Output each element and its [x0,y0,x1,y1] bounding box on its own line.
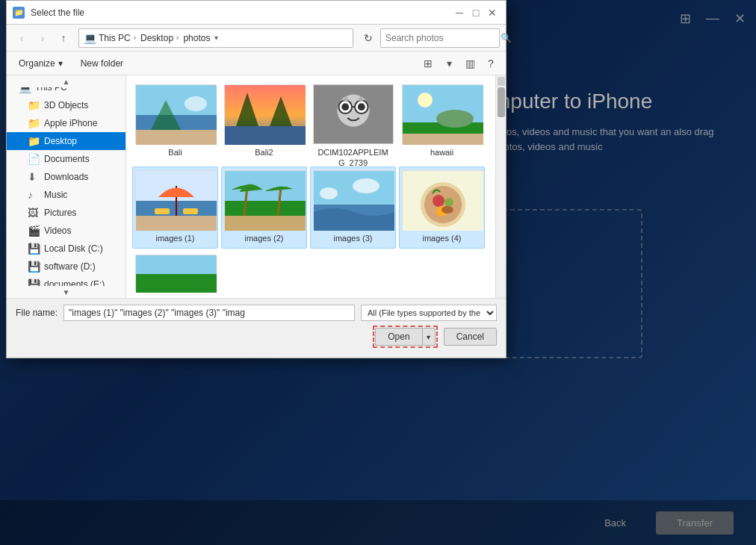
svg-rect-46 [136,274,217,293]
sidebar-item-documents[interactable]: 📄 Documents [7,150,126,168]
file-hawaii[interactable]: hawaii [399,81,485,164]
file-images4[interactable]: images (4) [399,166,485,249]
bali2-thumbnail [224,84,305,144]
partial-thumbnail [135,255,216,292]
file-dcim[interactable]: DCIM102APPLEIM G_2739 [310,81,396,164]
search-input[interactable] [385,33,498,43]
sidebar-label-downloads: Downloads [44,172,88,182]
sidebar-item-music[interactable]: ♪ Music [7,186,126,204]
sidebar-item-downloads[interactable]: ⬇ Downloads [7,168,126,186]
hawaii-label: hawaii [430,147,453,158]
images4-label: images (4) [423,233,462,243]
title-bar: 📁 Select the file ─ □ ✕ [7,1,506,25]
organize-button[interactable]: Organize ▾ [13,54,69,72]
file-images1[interactable]: images (1) [132,166,218,249]
bottom-bar: File name: All (File types supported by … [7,298,506,358]
images1-label: images (1) [156,233,195,243]
images2-label: images (2) [245,233,284,243]
file-partial[interactable] [132,252,218,296]
folder-desktop-icon: 📁 [28,135,40,147]
svg-rect-45 [136,255,217,274]
open-button[interactable]: Open [375,328,421,346]
action-row: Open ▾ Cancel [16,326,497,348]
search-icon: 🔍 [501,33,512,43]
help-button[interactable]: ? [482,54,500,72]
nav-toolbar: ‹ › ↑ 💻 This PC › Desktop › photos ▾ ↻ 🔍 [7,25,506,52]
dcim-label: DCIM102APPLEIM G_2739 [313,147,393,169]
sidebar-item-software-d[interactable]: 💾 software (D:) [7,258,126,275]
folder-3d-icon: 📁 [28,99,40,111]
images1-thumbnail [135,170,216,230]
filetype-select[interactable]: All (File types supported by the [361,305,497,321]
breadcrumb-desktop[interactable]: Desktop › [140,33,180,43]
breadcrumb-thispc-label: This PC [99,33,131,43]
svg-point-37 [353,178,379,193]
refresh-button[interactable]: ↻ [359,29,377,47]
cancel-button[interactable]: Cancel [444,328,497,346]
sidebar-item-local-disk-c[interactable]: 💾 Local Disk (C:) [7,240,126,258]
sidebar-label-software-d: software (D:) [44,261,96,272]
open-dropdown-button[interactable]: ▾ [422,328,436,346]
svg-rect-25 [136,216,217,231]
dialog-close-button[interactable]: ✕ [485,5,500,20]
sidebar-item-pictures[interactable]: 🖼 Pictures [7,204,126,222]
file-dialog: 📁 Select the file ─ □ ✕ ‹ › ↑ 💻 This PC … [6,0,506,358]
sidebar-item-apple-iphone[interactable]: 📁 Apple iPhone [7,114,126,132]
dialog-minimize-button[interactable]: ─ [452,5,467,20]
breadcrumb-dropdown-icon: ▾ [214,34,218,42]
svg-point-44 [441,206,453,214]
svg-point-36 [320,187,338,199]
file-images3[interactable]: images (3) [310,166,396,249]
bali-label: Bali [168,147,182,158]
open-button-group: Open ▾ [373,326,437,348]
dialog-title: Select the file [31,7,452,18]
sidebar-scroll-down[interactable]: ▼ [7,286,126,298]
nav-back-button[interactable]: ‹ [13,29,31,47]
svg-point-15 [357,103,365,110]
title-bar-controls: ─ □ ✕ [452,5,500,20]
svg-rect-29 [225,171,306,201]
folder-pictures-icon: 🖼 [28,207,40,219]
file-bali2[interactable]: Bali2 [221,81,307,164]
sidebar-item-videos[interactable]: 🎬 Videos [7,222,126,240]
breadcrumb-sep2: › [176,34,179,42]
svg-rect-20 [403,134,483,145]
images3-thumbnail [313,170,394,230]
sidebar-scroll-up[interactable]: ▲ [7,75,126,87]
file-bali[interactable]: Bali [132,81,218,164]
file-images2[interactable]: images (2) [221,166,307,249]
sidebar-label-local-disk-c: Local Disk (C:) [44,243,103,254]
breadcrumb-this-pc[interactable]: This PC › [99,33,137,43]
dcim-thumbnail [313,84,394,144]
filename-input[interactable] [63,305,355,321]
nav-forward-button[interactable]: › [34,29,52,47]
folder-downloads-icon: ⬇ [28,171,40,183]
view-dropdown-button[interactable]: ▾ [440,54,458,72]
folder-music-icon: ♪ [28,189,40,201]
sidebar-label-desktop: Desktop [44,136,77,146]
svg-rect-27 [155,208,170,214]
new-folder-button[interactable]: New folder [75,54,129,72]
pane-toggle-button[interactable]: ▥ [461,54,479,72]
sidebar-item-3d-objects[interactable]: 📁 3D Objects [7,96,126,114]
view-toggle-button[interactable]: ⊞ [419,54,437,72]
sidebar-label-music: Music [44,190,67,200]
svg-rect-33 [225,216,306,231]
toolbar2-right: ⊞ ▾ ▥ ? [419,54,500,72]
organize-chevron-icon: ▾ [58,58,63,69]
dialog-maximize-button[interactable]: □ [468,5,483,20]
scrollbar[interactable] [495,75,506,298]
folder-videos-icon: 🎬 [28,225,40,237]
sidebar-label-pictures: Pictures [44,208,76,218]
svg-point-22 [418,93,433,108]
breadcrumb-photos[interactable]: photos ▾ [183,33,218,43]
images2-thumbnail [224,170,305,230]
svg-point-41 [433,195,444,207]
svg-point-14 [341,103,349,110]
nav-up-button[interactable]: ↑ [55,29,72,47]
images4-thumbnail [402,170,483,230]
breadcrumb-photos-label: photos [183,33,210,43]
images3-label: images (3) [334,233,373,243]
bali-thumbnail [135,84,216,144]
sidebar-item-desktop[interactable]: 📁 Desktop [7,132,126,150]
